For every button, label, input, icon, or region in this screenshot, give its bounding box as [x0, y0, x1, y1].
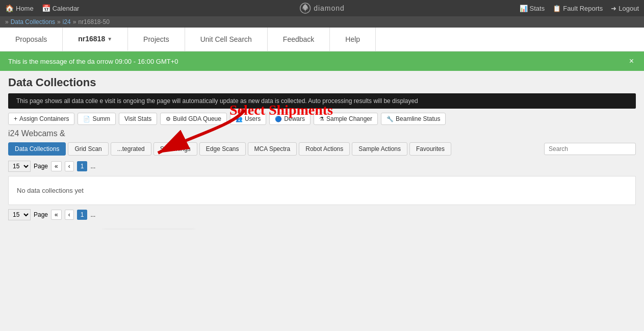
gear-icon — [166, 115, 171, 122]
sub-tabs-row: Data Collections Grid Scan ...tegrated S… — [8, 142, 636, 156]
home-label: Home — [16, 5, 34, 12]
tab-nr16818[interactable]: nr16818 ▼ — [63, 28, 128, 51]
breadcrumb-separator: » — [5, 18, 9, 26]
sub-tab-favourites[interactable]: Favourites — [409, 142, 451, 156]
sub-tab-sample-actions[interactable]: Sample Actions — [352, 142, 407, 156]
page-title: Data Collections — [8, 76, 636, 89]
page-ellipsis-bottom: ... — [90, 211, 95, 218]
current-page-button-bottom[interactable]: 1 — [77, 210, 88, 220]
breadcrumb: » Data Collections » i24 » nr16818-50 — [0, 16, 644, 28]
subtitle: i24 Webcams & — [8, 129, 636, 138]
action-buttons-row: Assign Containers Summ Visit Stats Build… — [8, 113, 636, 125]
dropdown-arrow-icon: ▼ — [107, 36, 112, 42]
beamline-status-button[interactable]: Beamline Status — [381, 113, 446, 125]
first-page-button-bottom[interactable]: « — [51, 210, 62, 220]
logout-nav-item[interactable]: Logout — [611, 5, 639, 12]
sub-tab-robot-actions[interactable]: Robot Actions — [299, 142, 350, 156]
current-page-button[interactable]: 1 — [77, 161, 88, 171]
sample-changer-icon — [319, 115, 324, 122]
sub-tab-integrated[interactable]: ...tegrated — [111, 142, 151, 156]
home-icon — [5, 4, 14, 12]
info-bar: This page shows all data colle e visit i… — [8, 93, 636, 109]
notification-close-button[interactable]: × — [627, 57, 636, 66]
users-icon — [236, 115, 243, 122]
prev-page-button-bottom[interactable]: ‹ — [65, 210, 74, 220]
dewars-button[interactable]: Dewars — [269, 113, 311, 125]
brand-logo-area: diamond — [299, 3, 345, 14]
tab-feedback[interactable]: Feedback — [268, 28, 330, 51]
brand-name: diamond — [314, 4, 345, 12]
diamond-logo — [299, 3, 311, 14]
main-tab-bar: Proposals nr16818 ▼ Projects Unit Cell S… — [0, 28, 644, 52]
plus-icon — [14, 115, 17, 122]
stats-icon — [520, 5, 528, 12]
page-ellipsis: ... — [90, 163, 95, 170]
page-label-bottom: Page — [34, 211, 48, 218]
top-navigation: Home Calendar diamond Stats Fault Repo — [0, 0, 644, 16]
summ-button[interactable]: Summ — [78, 113, 116, 125]
pagination-top: 15 25 50 Page « ‹ 1 ... — [8, 161, 636, 172]
build-gda-queue-button[interactable]: Build GDA Queue — [160, 113, 227, 125]
fault-icon — [553, 5, 561, 12]
page-size-select[interactable]: 15 25 50 — [8, 161, 31, 172]
notification-bar: This is the message of the da orrow 09:0… — [0, 52, 644, 71]
sub-tab-edge-scans[interactable]: Edge Scans — [199, 142, 246, 156]
doc-icon — [83, 115, 90, 122]
first-page-button[interactable]: « — [51, 161, 62, 171]
home-nav-item[interactable]: Home — [5, 4, 34, 12]
tab-unit-cell-search[interactable]: Unit Cell Search — [185, 28, 268, 51]
sub-tab-grid-scan[interactable]: Grid Scan — [68, 142, 108, 156]
empty-state: No data collections yet — [8, 176, 636, 205]
notification-message: This is the message of the da orrow 09:0… — [8, 58, 178, 65]
sample-changer-button[interactable]: Sample Changer — [314, 113, 378, 125]
calendar-nav-item[interactable]: Calendar — [42, 4, 80, 12]
visit-stats-button[interactable]: Visit Stats — [119, 113, 157, 125]
logout-label: Logout — [619, 5, 639, 12]
beamline-icon — [387, 115, 394, 122]
logout-icon — [611, 5, 616, 12]
stats-nav-item[interactable]: Stats — [520, 5, 545, 12]
tab-proposals[interactable]: Proposals — [0, 28, 63, 51]
sub-tab-mca-spectra[interactable]: MCA Spectra — [248, 142, 297, 156]
page-label: Page — [34, 163, 48, 170]
dewars-icon — [275, 115, 282, 122]
calendar-nav-icon — [42, 4, 50, 12]
breadcrumb-i24[interactable]: i24 — [63, 18, 71, 26]
assign-containers-button[interactable]: Assign Containers — [8, 113, 74, 125]
fault-reports-nav-item[interactable]: Fault Reports — [553, 5, 603, 12]
calendar-nav-label: Calendar — [53, 5, 80, 12]
users-button[interactable]: Users — [230, 113, 266, 125]
prev-page-button[interactable]: ‹ — [65, 161, 74, 171]
main-content-area: Data Collections This page shows all dat… — [0, 71, 644, 230]
sub-tab-screenings[interactable]: Screenings — [153, 142, 197, 156]
pagination-bottom: 15 25 50 Page « ‹ 1 ... — [8, 209, 636, 220]
search-input[interactable] — [544, 143, 636, 155]
breadcrumb-current: nr16818-50 — [78, 18, 109, 26]
sub-tab-data-collections[interactable]: Data Collections — [8, 142, 66, 156]
tab-projects[interactable]: Projects — [128, 28, 185, 51]
breadcrumb-data-collections[interactable]: Data Collections — [11, 18, 55, 26]
stats-label: Stats — [530, 5, 545, 12]
tab-help[interactable]: Help — [330, 28, 376, 51]
fault-reports-label: Fault Reports — [563, 5, 603, 12]
page-size-select-bottom[interactable]: 15 25 50 — [8, 209, 31, 220]
